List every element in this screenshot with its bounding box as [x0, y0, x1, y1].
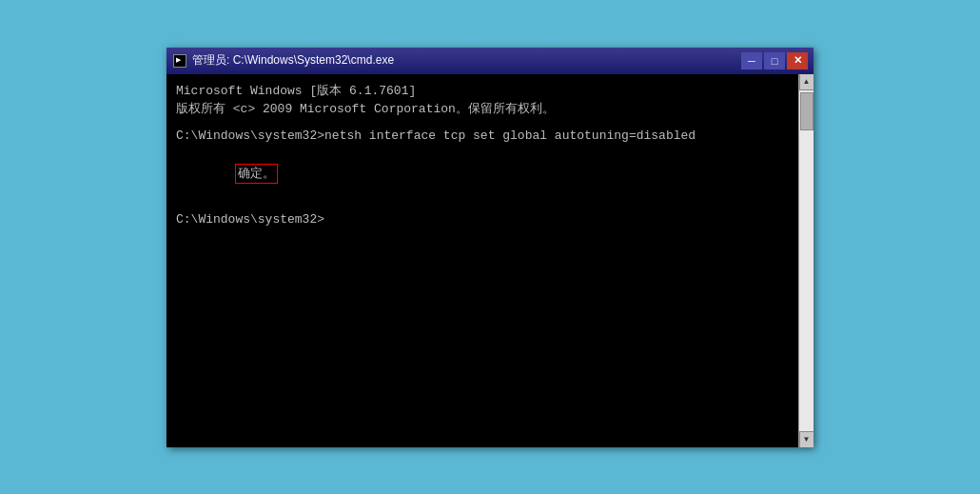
titlebar-left: 管理员: C:\Windows\System32\cmd.exe: [172, 52, 394, 69]
terminal-line-1: Microsoft Windows [版本 6.1.7601]: [176, 82, 789, 101]
terminal-line-2: 版权所有 <c> 2009 Microsoft Corporation。保留所有…: [176, 100, 789, 119]
minimize-button[interactable]: ─: [741, 52, 762, 69]
scroll-track: [799, 90, 813, 431]
terminal-body: Microsoft Windows [版本 6.1.7601] 版权所有 <c>…: [167, 74, 813, 447]
titlebar: 管理员: C:\Windows\System32\cmd.exe ─ □ ✕: [167, 48, 813, 74]
scrollbar: ▲ ▼: [798, 74, 813, 447]
maximize-button[interactable]: □: [764, 52, 785, 69]
terminal-content[interactable]: Microsoft Windows [版本 6.1.7601] 版权所有 <c>…: [167, 74, 798, 447]
highlighted-text: 确定。: [235, 164, 278, 185]
scroll-thumb[interactable]: [800, 92, 813, 130]
terminal-spacer-2: [176, 203, 789, 210]
terminal-line-4: C:\Windows\system32>netsh interface tcp …: [176, 127, 789, 146]
scroll-down-button[interactable]: ▼: [799, 431, 814, 447]
cmd-window: 管理员: C:\Windows\System32\cmd.exe ─ □ ✕ M…: [167, 48, 813, 447]
cmd-icon: [172, 53, 187, 69]
scroll-up-button[interactable]: ▲: [799, 74, 814, 90]
window-title: 管理员: C:\Windows\System32\cmd.exe: [192, 52, 394, 69]
terminal-line-7: C:\Windows\system32>: [176, 210, 789, 229]
terminal-spacer: [176, 119, 789, 127]
terminal-line-5: 确定。: [176, 145, 789, 203]
close-button[interactable]: ✕: [787, 52, 808, 69]
window-controls: ─ □ ✕: [741, 52, 808, 69]
